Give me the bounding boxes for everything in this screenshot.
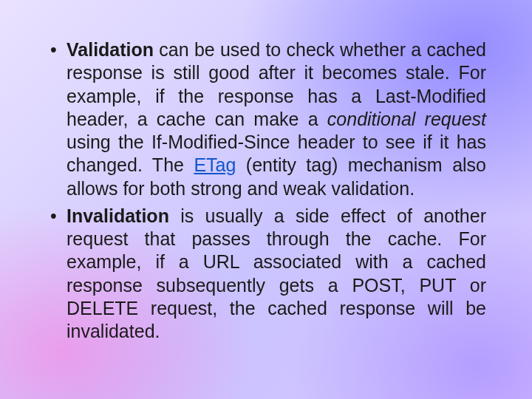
slide: Validation can be used to check whether … [0,0,532,399]
bullet-item-validation: Validation can be used to check whether … [46,38,486,200]
bullet-emphasis: conditional request [327,109,486,129]
bullet-lead: Invalidation [66,205,169,226]
etag-link[interactable]: ETag [194,154,236,175]
bullet-lead: Validation [66,39,154,60]
bullet-list: Validation can be used to check whether … [46,38,486,343]
bullet-item-invalidation: Invalidation is usually a side effect of… [46,205,486,344]
